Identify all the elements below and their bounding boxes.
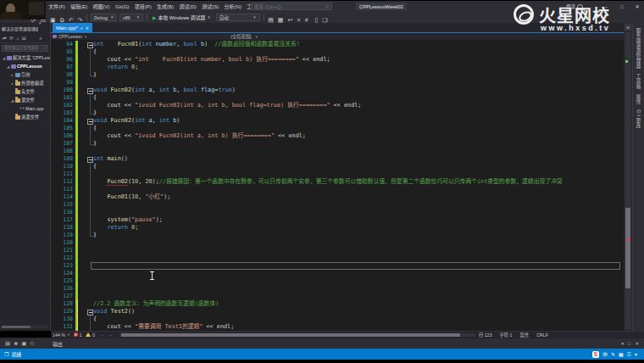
menu-item-GitG[interactable]: Git(G) (113, 4, 132, 9)
fold-collapse-icon[interactable] (78, 117, 93, 125)
preview-icon[interactable]: ▦ (275, 17, 286, 23)
minimize-button[interactable]: — (598, 1, 612, 12)
code-line-94[interactable]: 94int Fucn01(int number, bool b) //函数返回值… (51, 41, 624, 48)
code-line-123[interactable]: 123 (51, 262, 624, 270)
sync-selection-icon[interactable]: ⇄ (3, 35, 7, 41)
expander-open-icon[interactable]: ◢ (6, 64, 10, 69)
save-icon[interactable]: ▣ (48, 17, 58, 23)
code-line-100[interactable]: 100void Fucn02(int a, int b, bool flag=t… (51, 87, 624, 94)
code-line-107[interactable]: 107} (51, 140, 624, 148)
code-line-116[interactable]: 116 (51, 209, 624, 216)
code-line-126[interactable]: 126 (51, 285, 624, 293)
tab-main-cpp[interactable]: Main.cpp* + ✕ (53, 23, 92, 32)
expander-open-icon[interactable]: ◢ (2, 56, 6, 60)
code-line-110[interactable]: 110{ (51, 163, 624, 170)
sogou-logo-icon[interactable]: S (592, 351, 599, 358)
expander-closed-icon[interactable]: ▸ (10, 81, 14, 86)
chevron-down-icon[interactable]: ▾ (621, 341, 624, 346)
home-icon[interactable]: ⌂ (16, 36, 19, 41)
code-line-124[interactable]: 124 (51, 270, 624, 277)
code-line-127[interactable]: 127 (51, 293, 624, 300)
code-line-122[interactable]: 122 (51, 254, 624, 262)
code-line-97[interactable]: 97 return 0; (51, 64, 624, 71)
expander-open-icon[interactable]: ◢ (10, 98, 14, 103)
tree-item-[interactable]: 头文件 (0, 87, 50, 96)
right-dock-tab-[interactable]: 属性 (636, 94, 642, 104)
code-line-120[interactable]: 120 (51, 239, 624, 247)
code-line-125[interactable]: 125 (51, 277, 624, 285)
annotations-expand-icon[interactable]: + (625, 24, 631, 31)
solution-explorer-dock-icon[interactable]: ▤ (5, 340, 10, 347)
close-tab-icon[interactable]: ✕ (86, 25, 89, 31)
code-line-114[interactable]: 114 Fucn01(10, "小红"); (51, 193, 624, 201)
uncomment-icon[interactable]: ≢ (303, 17, 313, 23)
scope-dropdown[interactable]: (全局范围) ▼ (230, 33, 258, 40)
menu-item-D[interactable]: 调试(D) (176, 3, 199, 10)
tree-item-Maincpp[interactable]: Main.cpp (0, 104, 50, 113)
zoom-level[interactable]: 144 % (53, 332, 65, 338)
project-dropdown[interactable]: CPPLesson ▼ (53, 33, 87, 40)
code-line-104[interactable]: 104void Fucn02(int a, int b) (51, 117, 624, 125)
menu-item-N[interactable]: 分析(N) (221, 3, 244, 10)
code-line-131[interactable]: 131 cout << "需要调用 Test1的逻辑" << endl; (51, 323, 624, 331)
class-view-dock-icon[interactable]: ▣ (21, 340, 26, 347)
warning-count[interactable]: 0 (86, 332, 94, 338)
code-line-96[interactable]: 96 cout << "int Fucn01(int number, bool … (51, 56, 624, 64)
collapse-all-icon[interactable]: ⊟ (22, 35, 26, 41)
platform-dropdown[interactable]: x86▼ (119, 14, 143, 21)
navigate-back-icon[interactable]: ↩ (286, 17, 295, 23)
auto-dropdown[interactable]: 自动▼ (216, 14, 260, 21)
menu-item-B[interactable]: 生成(B) (154, 3, 176, 10)
code-line-115[interactable]: 115 (51, 201, 624, 209)
code-line-103[interactable]: 103} (51, 109, 624, 117)
editor-vscrollbar[interactable]: + (624, 23, 632, 331)
chevron-down-icon[interactable]: ▾ (39, 21, 41, 25)
menu-item-S[interactable]: 测试(S) (199, 3, 221, 10)
ime-pen-icon[interactable]: ✎ (611, 351, 615, 357)
menu-item-V[interactable]: 视图(V) (90, 3, 112, 10)
ime-more-icon[interactable]: ▾ (635, 351, 637, 357)
tree-item-CPPLesso[interactable]: ◢解决方案 'CPPLesso (0, 53, 50, 62)
undo-icon[interactable]: ↶ (66, 17, 75, 23)
right-dock-tab-[interactable]: 服务器资源管理器 (636, 28, 642, 69)
quick-search-input[interactable] (254, 4, 322, 9)
ime-toolbox-icon[interactable]: ☰ (627, 351, 631, 357)
pin-icon[interactable]: + (80, 25, 83, 31)
tree-item-[interactable]: ◢源文件 (0, 96, 50, 104)
editor-hscrollbar[interactable] (119, 333, 475, 337)
outline-icon[interactable]: ❏ (320, 17, 330, 23)
maximize-panel-icon[interactable]: □ (628, 341, 630, 346)
solution-search-input[interactable] (4, 46, 38, 50)
vscroll-thumb[interactable] (625, 208, 630, 288)
bookmark-icon[interactable]: ▯ (313, 17, 320, 23)
code-line-117[interactable]: 117 system("pause"); (51, 216, 624, 224)
configuration-dropdown[interactable]: Debug▼ (91, 14, 116, 21)
code-line-105[interactable]: 105{ (51, 125, 624, 132)
code-editor[interactable]: 94int Fucn01(int number, bool b) //函数返回值… (51, 41, 624, 331)
redo-icon[interactable]: ↷ (75, 17, 85, 23)
navigate-forward-icon[interactable]: → (108, 332, 113, 338)
fold-collapse-icon[interactable] (78, 308, 93, 316)
sign-in-button[interactable]: 登录 (566, 3, 583, 11)
refresh-icon[interactable]: ⟳ (9, 35, 14, 41)
fold-collapse-icon[interactable] (78, 155, 93, 163)
background-tasks-icon[interactable]: ❐ (4, 351, 8, 357)
right-dock-tab-Git[interactable]: Git 更改 (636, 109, 642, 129)
right-dock-tab-[interactable]: 工具箱 (636, 74, 642, 89)
code-line-112[interactable]: 112 Fucn02(10, 20);//报错原因：第一个函数中存在默参，可以只… (51, 178, 624, 186)
error-count[interactable]: ✕ 1 (74, 332, 81, 338)
close-panel-icon[interactable]: ✕ (39, 36, 42, 41)
close-panel-icon[interactable]: ✕ (635, 341, 639, 346)
code-line-119[interactable]: 119} (51, 232, 624, 239)
solution-search[interactable]: ⌕ (0, 43, 50, 53)
properties-dock-icon[interactable]: ◇ (30, 340, 34, 347)
solution-hscrollbar[interactable] (2, 326, 47, 328)
code-line-121[interactable]: 121 (51, 247, 624, 254)
code-line-106[interactable]: 106 cout << "ivoid Fucn02(int a, int b) … (51, 132, 624, 140)
fold-collapse-icon[interactable] (78, 41, 93, 48)
code-line-130[interactable]: 130{ (51, 316, 624, 323)
code-line-108[interactable]: 108 (51, 148, 624, 155)
code-line-129[interactable]: 129void Test2() (51, 308, 624, 316)
code-line-99[interactable]: 99 (51, 79, 624, 87)
navigate-back-icon[interactable]: ← (99, 332, 104, 338)
